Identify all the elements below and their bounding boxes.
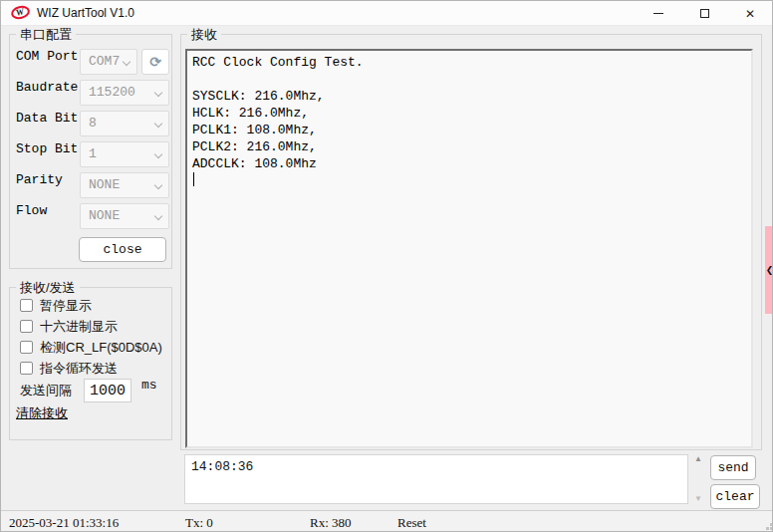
stopbit-row: Stop Bit 1 <box>10 141 171 167</box>
text-caret <box>193 172 194 186</box>
hex-display-label: 十六进制显示 <box>40 318 118 336</box>
com-port-select[interactable]: COM7 <box>80 49 137 75</box>
loop-send-label: 指令循环发送 <box>40 360 118 378</box>
send-input[interactable]: 14:08:36 <box>184 454 688 504</box>
logo-letter: W <box>15 6 25 18</box>
com-port-label: COM Port <box>16 49 78 64</box>
chevron-down-icon <box>154 120 162 128</box>
send-input-scrollbar[interactable]: ▲ ▼ <box>690 455 706 503</box>
scroll-up-icon[interactable]: ▲ <box>694 455 702 463</box>
serial-config-group: 串口配置 COM Port COM7 ⟳ Baudrate 115200 Dat… <box>9 34 172 269</box>
minimize-button[interactable] <box>636 1 681 26</box>
close-icon: ✕ <box>745 8 755 20</box>
flow-row: Flow NONE <box>10 203 171 229</box>
databit-row: Data Bit 8 <box>10 111 171 136</box>
clear-button[interactable]: clear <box>710 484 760 509</box>
flow-value: NONE <box>89 208 120 223</box>
chevron-down-icon <box>154 181 162 189</box>
rx-tx-options-group: 接收/发送 暂停显示 十六进制显示 检测CR_LF($0D$0A) 指令循环发送… <box>9 287 172 440</box>
status-timestamp: 2025-03-21 01:33:16 <box>9 515 119 531</box>
rx-tx-title: 接收/发送 <box>16 279 80 297</box>
status-rx-count: Rx: 380 <box>310 515 352 531</box>
close-window-button[interactable]: ✕ <box>727 1 773 26</box>
minimize-icon <box>653 13 663 14</box>
databit-value: 8 <box>89 116 97 131</box>
scroll-down-icon[interactable]: ▼ <box>694 495 702 503</box>
title-bar: W WIZ UartTool V1.0 ✕ <box>1 1 772 26</box>
send-interval-label: 发送间隔 <box>20 378 72 403</box>
baudrate-label: Baudrate <box>16 80 78 95</box>
baudrate-select[interactable]: 115200 <box>80 80 169 106</box>
resize-grip[interactable] <box>764 521 767 524</box>
send-interval-row: 发送间隔 ms <box>20 378 169 403</box>
chevron-down-icon <box>154 212 162 220</box>
com-port-value: COM7 <box>89 54 120 69</box>
baudrate-value: 115200 <box>89 85 135 100</box>
refresh-icon: ⟳ <box>149 54 161 70</box>
receive-title: 接收 <box>187 26 221 44</box>
parity-row: Parity NONE <box>10 172 171 198</box>
crlf-detect-row: 检测CR_LF($0D$0A) <box>20 339 162 356</box>
parity-label: Parity <box>16 172 63 187</box>
crlf-detect-label: 检测CR_LF($0D$0A) <box>40 339 162 357</box>
send-interval-unit: ms <box>141 378 157 393</box>
send-interval-input[interactable] <box>84 379 131 402</box>
pause-display-row: 暂停显示 <box>20 297 92 314</box>
stopbit-label: Stop Bit <box>16 141 78 156</box>
flow-label: Flow <box>16 203 47 218</box>
databit-select[interactable]: 8 <box>80 111 169 136</box>
baudrate-row: Baudrate 115200 <box>10 80 171 106</box>
parity-value: NONE <box>89 177 120 192</box>
status-reset[interactable]: Reset <box>397 515 426 531</box>
chevron-down-icon <box>123 58 130 66</box>
flow-select[interactable]: NONE <box>80 203 169 229</box>
receive-text: RCC Clock Config Test. SYSCLK: 216.0Mhz,… <box>187 51 751 175</box>
clear-receive-link[interactable]: 清除接收 <box>16 404 68 422</box>
chevron-left-icon: ❮ <box>766 266 773 275</box>
refresh-ports-button[interactable]: ⟳ <box>141 49 169 75</box>
maximize-icon <box>700 9 709 18</box>
parity-select[interactable]: NONE <box>80 172 169 198</box>
hex-display-checkbox[interactable] <box>20 320 33 333</box>
pause-display-label: 暂停显示 <box>40 297 92 315</box>
hex-display-row: 十六进制显示 <box>20 318 118 335</box>
close-port-button[interactable]: close <box>79 237 166 262</box>
com-port-row: COM Port COM7 ⟳ <box>10 49 171 75</box>
stopbit-select[interactable]: 1 <box>80 141 169 167</box>
maximize-button[interactable] <box>681 1 727 26</box>
send-button[interactable]: send <box>710 455 756 480</box>
window-title: WIZ UartTool V1.0 <box>37 6 134 20</box>
app-window: W WIZ UartTool V1.0 ✕ 串口配置 COM Port COM7… <box>0 0 773 532</box>
side-panel-tab[interactable]: ❮ <box>765 226 773 314</box>
chevron-down-icon <box>154 89 162 97</box>
serial-config-title: 串口配置 <box>16 26 76 44</box>
receive-group: 接收 RCC Clock Config Test. SYSCLK: 216.0M… <box>180 34 762 450</box>
chevron-down-icon <box>154 150 162 158</box>
status-tx-count: Tx: 0 <box>185 515 213 531</box>
crlf-detect-checkbox[interactable] <box>20 341 33 354</box>
status-bar: 2025-03-21 01:33:16 Tx: 0 Rx: 380 Reset <box>1 510 772 532</box>
receive-text-area[interactable]: RCC Clock Config Test. SYSCLK: 216.0Mhz,… <box>185 49 753 448</box>
stopbit-value: 1 <box>89 146 97 161</box>
loop-send-row: 指令循环发送 <box>20 360 118 377</box>
pause-display-checkbox[interactable] <box>20 299 33 312</box>
app-logo-icon: W <box>10 4 32 21</box>
databit-label: Data Bit <box>16 111 78 126</box>
loop-send-checkbox[interactable] <box>20 362 33 375</box>
